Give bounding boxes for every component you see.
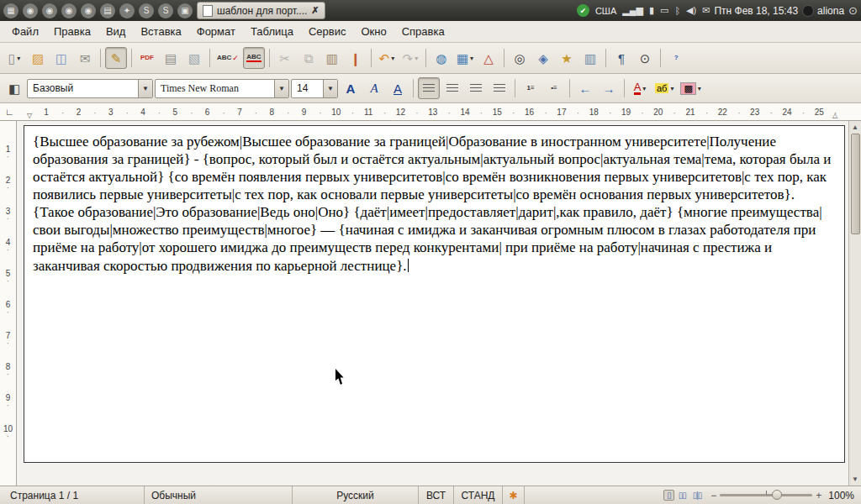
menu-Таблица[interactable]: Таблица: [244, 23, 300, 40]
scrollbar-thumb[interactable]: [851, 134, 860, 234]
find-replace-button[interactable]: ◎: [509, 47, 531, 69]
chevron-down-icon[interactable]: ▼: [274, 80, 288, 97]
single-page-view-button[interactable]: ▯: [663, 490, 674, 501]
tab-stop-selector[interactable]: ∟: [0, 103, 30, 120]
format-paintbrush-button[interactable]: ❙: [345, 47, 367, 69]
copy-button[interactable]: ⧉: [298, 47, 320, 69]
edit-file-button[interactable]: ✎: [105, 47, 127, 69]
menu-Вид[interactable]: Вид: [99, 23, 133, 40]
align-left-button[interactable]: [418, 77, 440, 99]
data-sources-button[interactable]: ▥: [579, 47, 601, 69]
zoom-in-icon[interactable]: +: [816, 490, 821, 501]
window-button-3-icon[interactable]: ◉: [61, 3, 77, 18]
font-name-combo[interactable]: Times New Roman ▼: [155, 79, 289, 98]
vertical-ruler[interactable]: 12345678910: [0, 121, 17, 486]
email-button[interactable]: ✉: [74, 47, 96, 69]
print-button[interactable]: ▤: [160, 47, 182, 69]
window-button-1-icon[interactable]: ◉: [23, 3, 38, 18]
scroll-down-icon[interactable]: ▼: [852, 473, 858, 486]
justify-button[interactable]: [489, 77, 510, 99]
decrease-indent-button[interactable]: ←: [574, 77, 596, 99]
italic-button[interactable]: А: [363, 77, 385, 99]
zoom-track[interactable]: [720, 494, 812, 496]
draw-functions-button[interactable]: △: [478, 47, 499, 69]
chevron-down-icon[interactable]: ▾: [17, 55, 20, 62]
zoom-button[interactable]: ⊙: [634, 47, 656, 69]
menu-Справка[interactable]: Справка: [395, 23, 452, 40]
nonprinting-characters-button[interactable]: ¶: [610, 47, 632, 69]
paragraph-text[interactable]: {Высшее образование за рубежом|Высшее об…: [33, 133, 836, 275]
page-preview-button[interactable]: ▧: [183, 47, 205, 69]
display-icon[interactable]: ▭: [660, 5, 668, 16]
styles-window-button[interactable]: ◧: [3, 77, 25, 99]
menu-Файл[interactable]: Файл: [5, 23, 45, 40]
window-button-2-icon[interactable]: ◉: [42, 3, 57, 18]
book-view-button[interactable]: ▯|▯: [690, 491, 705, 500]
update-shield-icon[interactable]: ✔: [577, 4, 589, 17]
bold-button[interactable]: А: [340, 77, 362, 99]
page-style-indicator[interactable]: Обычный: [145, 486, 293, 504]
bullet-list-button[interactable]: •≡: [543, 77, 565, 99]
menu-Сервис[interactable]: Сервис: [302, 23, 353, 40]
redo-button[interactable]: ↷▾: [399, 47, 421, 69]
left-indent-marker[interactable]: ▽: [27, 112, 32, 119]
chevron-down-icon[interactable]: ▾: [642, 85, 646, 92]
menu-Вставка[interactable]: Вставка: [134, 23, 188, 40]
increase-indent-button[interactable]: →: [598, 77, 620, 99]
zoom-slider[interactable]: − +: [710, 490, 821, 501]
user-menu[interactable]: aliona: [802, 5, 844, 17]
spellcheck-button[interactable]: ABC✓: [214, 47, 241, 69]
scroll-up-icon[interactable]: ▲: [852, 121, 858, 134]
cut-button[interactable]: ✂: [274, 47, 296, 69]
new-document-button[interactable]: ▯▾: [3, 47, 25, 69]
screenshot-tool-icon[interactable]: ✦: [119, 3, 135, 18]
background-color-button[interactable]: ▩▾: [678, 77, 703, 99]
selection-mode-indicator[interactable]: СТАНД: [454, 486, 503, 504]
navigator-button[interactable]: ◈: [532, 47, 554, 69]
chevron-down-icon[interactable]: ▾: [670, 85, 673, 92]
power-icon[interactable]: ⊙: [848, 4, 858, 17]
chevron-down-icon[interactable]: ▾: [698, 85, 701, 92]
keyboard-layout-indicator[interactable]: США: [595, 6, 616, 16]
paragraph-style-combo[interactable]: Базовый ▼: [27, 79, 153, 98]
skype-2-icon[interactable]: S: [158, 3, 173, 18]
language-indicator[interactable]: Русский: [293, 486, 419, 504]
document-page[interactable]: {Высшее образование за рубежом|Высшее об…: [24, 125, 845, 463]
hyperlink-button[interactable]: ◍: [430, 47, 452, 69]
autospellcheck-button[interactable]: ABC: [243, 47, 265, 69]
align-right-button[interactable]: [465, 77, 487, 99]
vertical-scrollbar[interactable]: ▲ ▼: [848, 121, 861, 486]
right-indent-marker[interactable]: △: [832, 112, 837, 119]
menu-Формат[interactable]: Формат: [190, 23, 242, 40]
font-size-combo[interactable]: 14 ▼: [291, 79, 338, 98]
help-button[interactable]: ?: [665, 47, 687, 69]
zoom-handle[interactable]: [772, 490, 782, 500]
zoom-value[interactable]: 100%: [828, 490, 854, 501]
battery-icon[interactable]: ▮: [649, 5, 654, 16]
save-button[interactable]: ◫: [50, 47, 72, 69]
paste-button[interactable]: ▥: [321, 47, 343, 69]
mail-icon[interactable]: ✉: [702, 5, 710, 16]
menu-Правка[interactable]: Правка: [47, 23, 98, 40]
open-button[interactable]: ▨: [27, 47, 49, 69]
gallery-button[interactable]: ★: [556, 47, 578, 69]
pdf-export-button[interactable]: PDF: [136, 47, 158, 69]
font-color-button[interactable]: А▾: [629, 77, 651, 99]
horizontal-ruler[interactable]: ∟ 12345678910111213141516171819202122232…: [0, 103, 861, 121]
numbered-list-button[interactable]: 1≡: [520, 77, 541, 99]
undo-button[interactable]: ↶▾: [376, 47, 398, 69]
close-icon[interactable]: ✗: [311, 5, 319, 16]
menu-Окно[interactable]: Окно: [354, 23, 393, 40]
chevron-down-icon[interactable]: ▼: [138, 80, 152, 97]
clock[interactable]: Птн Фев 18, 15:43: [714, 5, 798, 17]
chevron-down-icon[interactable]: ▾: [391, 55, 394, 62]
taskbar-active-window[interactable]: шаблон для порт.... ✗: [197, 2, 325, 19]
align-center-button[interactable]: [441, 77, 463, 99]
multi-page-view-button[interactable]: ▯▯: [676, 491, 689, 500]
insert-mode-indicator[interactable]: ВСТ: [419, 486, 454, 504]
zoom-out-icon[interactable]: −: [710, 490, 716, 501]
chevron-down-icon[interactable]: ▾: [470, 55, 473, 62]
terminal-icon[interactable]: ▣: [177, 3, 193, 18]
files-icon[interactable]: ▤: [100, 3, 115, 18]
underline-button[interactable]: А: [387, 77, 409, 99]
